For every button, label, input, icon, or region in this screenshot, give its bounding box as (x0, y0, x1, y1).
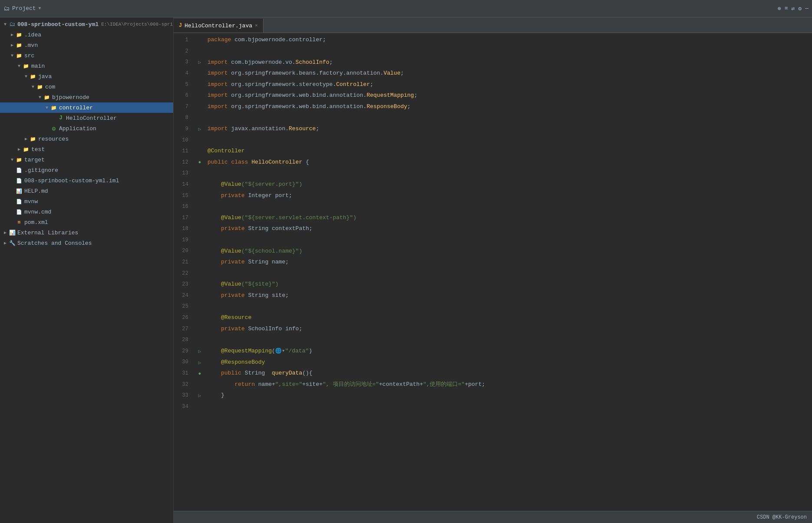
status-bar: CSDN @KK-Greyson (174, 511, 812, 523)
title-bar: 🗂 Project ▼ ⊕ ≡ ⇄ ⚙ — (0, 0, 812, 17)
tree-item-hello-controller[interactable]: J HelloController (0, 113, 173, 123)
gutter-23 (195, 279, 204, 290)
tree-item-com[interactable]: 📁 com (0, 82, 173, 92)
tree-item-scratches[interactable]: 🔧 Scratches and Consoles (0, 238, 173, 248)
project-dropdown-icon[interactable]: ▼ (39, 6, 41, 11)
tree-item-main[interactable]: 📁 main (0, 61, 173, 71)
tree-item-root[interactable]: 🗂 008-sprinboot-custom-yml E:\IDEA\Proje… (0, 19, 173, 30)
folder-icon-bjpowernode: 📁 (43, 94, 50, 101)
tree-item-iml[interactable]: 📄 008-sprinboot-custom-yml.iml (0, 175, 173, 186)
ln-14: 14 (174, 179, 192, 191)
tab-close-button[interactable]: × (255, 23, 258, 28)
arrow-com (30, 83, 36, 90)
structure-icon[interactable]: ≡ (785, 5, 788, 12)
tree-label-mvnw: mvnw (24, 198, 38, 205)
ln-9: 9 (174, 124, 192, 135)
code-content[interactable]: package com.bjpowernode.controller; impo… (204, 33, 812, 511)
ln-21: 21 (174, 257, 192, 268)
tree-item-resources[interactable]: 📁 resources (0, 134, 173, 144)
gutter-21 (195, 257, 204, 268)
settings-icon[interactable]: ⚙ (798, 5, 802, 12)
file-icon-gitignore: 📄 (16, 167, 23, 174)
tree-label-help: HELP.md (24, 188, 48, 194)
gutter-19 (195, 235, 204, 246)
ln-5: 5 (174, 79, 192, 90)
code-line-24: private String site; (204, 290, 812, 302)
tree-label-resources: resources (38, 136, 69, 142)
gutter-4 (195, 68, 204, 79)
tree-label-mvn: .mvn (24, 42, 38, 49)
arrow-iml (9, 177, 16, 184)
tree-item-idea[interactable]: 📁 .idea (0, 30, 173, 40)
code-line-20: @Value("${school.name}") (204, 246, 812, 257)
arrow-hello-controller (50, 115, 57, 122)
ln-19: 19 (174, 235, 192, 246)
gutter-6 (195, 90, 204, 102)
tree-label-main: main (31, 63, 45, 69)
ln-18: 18 (174, 224, 192, 235)
java-icon-hello-controller: J (57, 115, 64, 122)
tree-item-application[interactable]: ⚙ Application (0, 123, 173, 134)
ln-33: 33 (174, 390, 192, 401)
tree-item-mvn[interactable]: 📁 .mvn (0, 40, 173, 50)
gutter-2 (195, 46, 204, 57)
main-layout: 🗂 008-sprinboot-custom-yml E:\IDEA\Proje… (0, 17, 812, 523)
minimize-icon[interactable]: — (805, 5, 809, 12)
tree-label-application: Application (59, 125, 96, 132)
gutter: ▷ ▷ ● (195, 33, 204, 511)
arrow-mvnw-cmd (9, 208, 16, 215)
ln-27: 27 (174, 323, 192, 335)
tree-label-com: com (45, 84, 55, 90)
tree-item-src[interactable]: 📁 src (0, 50, 173, 61)
tree-label-bjpowernode: bjpowernode (52, 94, 89, 101)
tree-label-iml: 008-sprinboot-custom-yml.iml (24, 178, 119, 184)
code-editor[interactable]: 1 2 3 4 5 6 7 8 9 10 11 12 13 14 15 16 1… (174, 33, 812, 511)
arrow-main (16, 62, 23, 69)
tree-item-controller[interactable]: 📁 controller (0, 102, 173, 113)
tree-container[interactable]: 🗂 008-sprinboot-custom-yml E:\IDEA\Proje… (0, 17, 173, 523)
tree-item-pom[interactable]: m pom.xml (0, 217, 173, 227)
arrow-bjpowernode (36, 94, 43, 101)
tree-item-test[interactable]: 📁 test (0, 144, 173, 155)
tree-item-external[interactable]: 📊 External Libraries (0, 227, 173, 238)
ln-32: 32 (174, 379, 192, 390)
tree-item-mvnw[interactable]: 📄 mvnw (0, 196, 173, 207)
arrow-root (2, 21, 9, 28)
tree-label-src: src (24, 53, 34, 59)
code-line-17: @Value("${server.servlet.context-path}") (204, 213, 812, 224)
file-icon-mvnw: 📄 (16, 198, 23, 205)
gutter-8 (195, 112, 204, 124)
tree-item-mvnw-cmd[interactable]: 📄 mvnw.cmd (0, 207, 173, 217)
gutter-30: ▷ (195, 357, 204, 368)
tree-item-gitignore[interactable]: 📄 .gitignore (0, 165, 173, 175)
ln-15: 15 (174, 190, 192, 201)
arrow-mvn (9, 42, 16, 49)
arrow-external (2, 229, 9, 236)
ln-13: 13 (174, 168, 192, 179)
code-line-13 (204, 168, 812, 179)
ln-29: 29 (174, 346, 192, 357)
arrow-controller (43, 104, 50, 111)
editor-area: J HelloController.java × 1 2 3 4 5 6 7 8… (174, 17, 812, 523)
tab-hello-controller[interactable]: J HelloController.java × (174, 19, 263, 33)
ln-22: 22 (174, 268, 192, 279)
tree-item-target[interactable]: 📁 target (0, 155, 173, 165)
code-line-16 (204, 201, 812, 213)
project-label: Project (12, 5, 36, 12)
arrow-test (16, 146, 23, 153)
gutter-10 (195, 135, 204, 146)
gutter-11 (195, 146, 204, 157)
tree-item-java[interactable]: 📁 java (0, 71, 173, 82)
folder-icon-idea: 📁 (16, 31, 23, 38)
project-icon-tree: 🗂 (9, 21, 16, 28)
tree-path-root: E:\IDEA\Projects\008-spri... (101, 22, 173, 27)
ln-3: 3 (174, 57, 192, 68)
split-icon[interactable]: ⇄ (792, 5, 795, 12)
tree-item-bjpowernode[interactable]: 📁 bjpowernode (0, 92, 173, 102)
sync-icon[interactable]: ⊕ (778, 5, 781, 12)
project-icon: 🗂 (3, 5, 10, 12)
code-line-6: import org.springframework.web.bind.anno… (204, 90, 812, 102)
tree-label-test: test (31, 146, 45, 153)
tree-item-help[interactable]: 📊 HELP.md (0, 186, 173, 196)
ln-11: 11 (174, 146, 192, 157)
